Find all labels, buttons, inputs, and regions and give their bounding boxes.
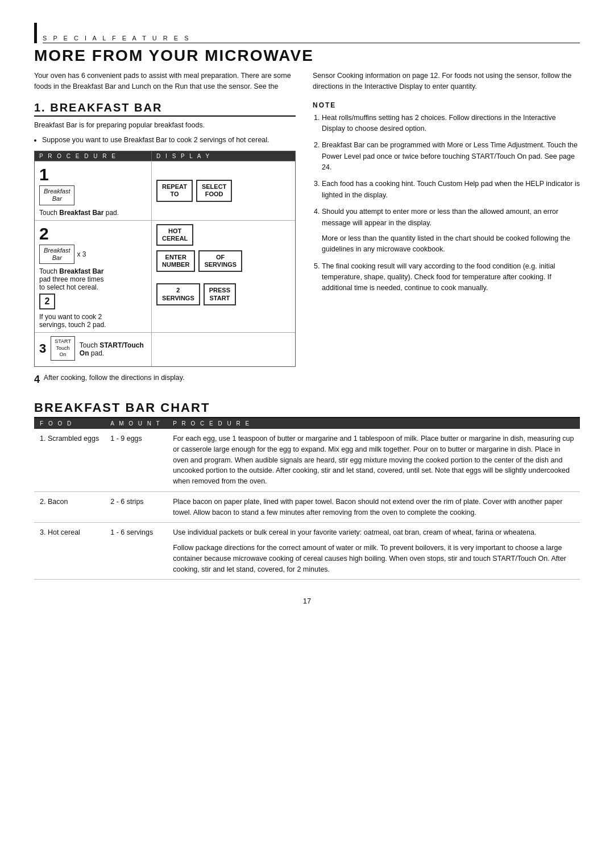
chart-title: Breakfast Bar Chart (34, 400, 580, 418)
note-item-2: Breakfast Bar can be programmed with Mor… (322, 140, 580, 173)
of-servings-btn: OFSERVINGS (198, 250, 242, 272)
step4-text: 4 After cooking, follow the directions i… (34, 369, 296, 389)
step2-x3: x 3 (77, 250, 86, 258)
chart-row2-food: 2. Bacon (34, 491, 105, 523)
chart-row3-amount: 1 - 6 servings (105, 523, 167, 580)
chart-table: F O O D A M O U N T P R O C E D U R E 1.… (34, 418, 580, 580)
page-title: More From Your Microwave (34, 47, 580, 65)
step4-label: After cooking, follow the directions in … (44, 374, 185, 382)
note-item-4-extra: More or less than the quantity listed in… (322, 233, 580, 255)
chart-section: Breakfast Bar Chart F O O D A M O U N T … (34, 400, 580, 580)
bullet-item: Suppose you want to use Breakfast Bar to… (42, 135, 296, 146)
bullet-list: Suppose you want to use Breakfast Bar to… (42, 135, 296, 146)
chart-header-row: F O O D A M O U N T P R O C E D U R E (34, 418, 580, 429)
step2-display-row2: ENTERNUMBER OFSERVINGS (156, 250, 242, 272)
chart-row2-amount: 2 - 6 strips (105, 491, 167, 523)
step2-label1: Touch Breakfast Barpad three more timest… (39, 267, 147, 291)
step2-row: 2 BreakfastBar x 3 Touch Breakfast Barpa… (35, 220, 295, 332)
procedure-table: P R O C E D U R E D I S P L A Y 1 Breakf… (34, 151, 296, 367)
note-item-3: Each food has a cooking hint. Touch Cust… (322, 179, 580, 201)
step1-left: 1 BreakfastBar Touch Breakfast Bar pad. (35, 162, 152, 220)
chart-row1-amount: 1 - 9 eggs (105, 429, 167, 491)
step3-start-box: STARTTouch On (51, 336, 75, 361)
left-column: Your oven has 6 convenient pads to assis… (34, 71, 296, 389)
step3-display (152, 333, 295, 366)
chart-col-procedure: P R O C E D U R E (167, 418, 580, 429)
hot-cereal-btn: HOTCEREAL (156, 224, 193, 246)
note-title: NOTE (313, 101, 580, 109)
step2-label2: If you want to cook 2servings, touch 2 p… (39, 313, 147, 329)
chart-row3-proc-extra: Follow package directions for the correc… (173, 543, 574, 574)
step3-row: 3 STARTTouch On Touch START/Touch On pad… (35, 332, 295, 366)
chart-row-2: 2. Bacon 2 - 6 strips Place bacon on pap… (34, 491, 580, 523)
select-food-btn: SELECTFOOD (196, 180, 232, 201)
step2-kbd: BreakfastBar (39, 245, 74, 264)
2-servings-btn: 2SERVINGS (156, 283, 200, 305)
display-col-header: D I S P L A Y (152, 151, 295, 161)
chart-row2-procedure: Place bacon on paper plate, lined with p… (167, 491, 580, 523)
section1-title: 1. Breakfast Bar (34, 101, 296, 117)
sf-bar (34, 23, 37, 43)
page-number: 17 (34, 597, 580, 605)
step1-display-btns: REPEATTO SELECTFOOD (156, 180, 232, 201)
chart-row1-procedure: For each egg, use 1 teaspoon of butter o… (167, 429, 580, 491)
right-column: Sensor Cooking information on page 12. F… (313, 71, 580, 389)
chart-row-1: 1. Scrambled eggs 1 - 9 eggs For each eg… (34, 429, 580, 491)
note-item-1: Heat rolls/muffins setting has 2 choices… (322, 113, 580, 135)
proc-col-header: P R O C E D U R E (35, 151, 152, 161)
step1-kbd: BreakfastBar (39, 185, 74, 205)
step3-left: 3 STARTTouch On Touch START/Touch On pad… (35, 333, 152, 366)
step2-display-row3: 2SERVINGS PRESSSTART (156, 283, 242, 305)
chart-col-food: F O O D (34, 418, 105, 429)
sf-label: S P E C I A L F E A T U R E S (43, 35, 580, 43)
main-content: Your oven has 6 convenient pads to assis… (34, 71, 580, 389)
step1-display: REPEATTO SELECTFOOD (152, 162, 295, 220)
step3-label: Touch START/Touch On pad. (80, 341, 147, 357)
step1-num: 1 (39, 165, 147, 184)
intro-text-right: Sensor Cooking information on page 12. F… (313, 71, 580, 92)
step1-display-row: REPEATTO SELECTFOOD (156, 180, 232, 201)
note-item-4-text: Should you attempt to enter more or less… (322, 208, 558, 226)
chart-row3-proc-main: Use individual packets or bulk cereal in… (173, 528, 536, 536)
note-item-4: Should you attempt to enter more or less… (322, 206, 580, 255)
special-features-header: S P E C I A L F E A T U R E S (34, 23, 580, 43)
chart-col-amount: A M O U N T (105, 418, 167, 429)
step2-display-btns: HOTCEREAL ENTERNUMBER OFSERVINGS 2SERVIN… (156, 224, 242, 305)
press-start-btn: PRESSSTART (204, 283, 236, 305)
note-item-5: The final cooking result will vary accor… (322, 261, 580, 294)
proc-table-header: P R O C E D U R E D I S P L A Y (35, 151, 295, 161)
chart-row3-food: 3. Hot cereal (34, 523, 105, 580)
repeat-to-btn: REPEATTO (156, 180, 193, 201)
step3-inner: 3 STARTTouch On Touch START/Touch On pad… (39, 336, 147, 361)
chart-row1-food: 1. Scrambled eggs (34, 429, 105, 491)
chart-row3-procedure: Use individual packets or bulk cereal in… (167, 523, 580, 580)
intro-text-left: Your oven has 6 convenient pads to assis… (34, 71, 296, 92)
step3-num: 3 (39, 341, 46, 356)
step2-left: 2 BreakfastBar x 3 Touch Breakfast Barpa… (35, 221, 152, 332)
note-section: NOTE Heat rolls/muffins setting has 2 ch… (313, 101, 580, 294)
step1-row: 1 BreakfastBar Touch Breakfast Bar pad. … (35, 161, 295, 220)
note-list: Heat rolls/muffins setting has 2 choices… (322, 113, 580, 294)
enter-number-btn: ENTERNUMBER (156, 250, 195, 272)
step2-num: 2 (39, 224, 147, 243)
step2-numbox: 2 (39, 294, 55, 309)
step1-label: Touch Breakfast Bar pad. (39, 209, 147, 217)
step2-display-row1: HOTCEREAL (156, 224, 242, 246)
chart-row-3: 3. Hot cereal 1 - 6 servings Use individ… (34, 523, 580, 580)
section1-subtitle: Breakfast Bar is for preparing popular b… (34, 121, 296, 129)
step2-display: HOTCEREAL ENTERNUMBER OFSERVINGS 2SERVIN… (152, 221, 295, 332)
step4-num: 4 (34, 374, 40, 385)
